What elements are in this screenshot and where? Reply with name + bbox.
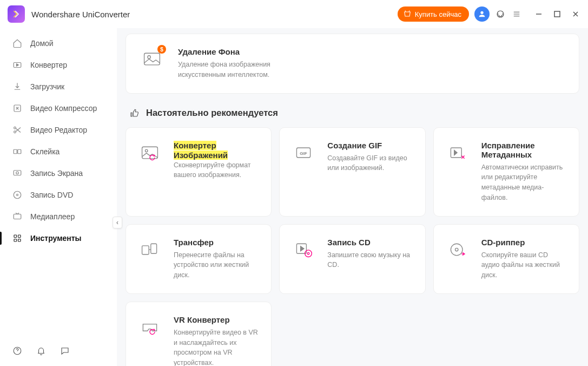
svg-rect-19 [144,53,160,65]
cd-ripper-icon [446,238,470,262]
svg-point-20 [148,56,150,58]
card-desc: Перенесите файлы на устройство или жестк… [174,250,259,280]
titlebar: Wondershare UniConverter Купить сейчас [0,0,588,28]
sidebar-item-tools[interactable]: Инструменты [0,227,117,249]
main-content: $ Удаление Фона Удаление фона изображени… [117,28,588,366]
buy-now-button[interactable]: Купить сейчас [398,6,469,22]
cd-burn-icon [292,238,315,262]
thumbs-up-icon [129,108,140,119]
svg-point-30 [308,252,310,254]
account-avatar[interactable] [474,6,490,22]
card-desc: Сконвертируйте формат вашего изображения… [174,160,259,181]
sidebar-item-label: Запись DVD [30,191,73,199]
card-desc: Конвертируйте видео в VR и наслаждайтесь… [174,328,259,366]
section-title: Настоятельно рекомендуется [146,108,278,118]
card-title: Создание GIF [327,141,413,150]
svg-rect-9 [14,171,21,175]
card-gif-maker[interactable]: GIF Создание GIF Создавайте GIF из видео… [279,127,425,217]
sidebar-collapse-button[interactable]: ‹ [113,217,122,228]
sidebar: Домой Конвертер Загрузчик Видео Компресс… [0,28,117,366]
svg-rect-14 [14,235,17,238]
svg-point-31 [451,244,463,256]
svg-rect-27 [151,244,157,253]
svg-rect-16 [14,239,17,242]
sidebar-item-label: Конвертер [30,61,67,69]
app-title: Wondershare UniConverter [31,10,130,19]
card-desc: Скопируйте ваши CD аудио файлы на жестки… [481,250,567,280]
sidebar-item-label: Склейка [30,147,60,156]
metadata-icon [446,141,470,165]
card-cd-burn[interactable]: Запись CD Запишите свою музыку на CD. [279,224,425,294]
window-close-button[interactable] [571,9,580,19]
sidebar-item-converter[interactable]: Конвертер [0,54,117,76]
feedback-icon[interactable] [60,345,70,356]
card-title: CD-риппер [481,238,567,247]
svg-point-12 [17,194,18,196]
svg-point-32 [455,248,458,251]
merge-icon [12,146,23,157]
sidebar-item-label: Видео Редактор [30,126,87,134]
sidebar-item-player[interactable]: Медиаплеер [0,206,117,227]
tools-icon [12,233,23,244]
converter-icon [12,60,23,70]
sidebar-item-compressor[interactable]: Видео Компрессор [0,97,117,119]
tv-icon [12,211,23,222]
svg-text:GIF: GIF [300,151,308,155]
card-vr-converter[interactable]: VR Конвертер Конвертируйте видео в VR и … [125,302,272,366]
svg-point-10 [16,172,19,174]
card-image-converter[interactable]: Конвертер Изображений Сконвертируйте фор… [125,127,272,217]
sidebar-item-home[interactable]: Домой [0,32,117,54]
dollar-badge-icon: $ [157,45,166,54]
screen-record-icon [12,168,23,179]
app-logo [8,5,25,23]
compressor-icon [12,103,23,114]
card-title: Конвертер Изображений [174,141,228,160]
card-title: VR Конвертер [174,315,259,324]
sidebar-item-label: Инструменты [30,234,82,243]
vr-icon [138,315,162,339]
hero-card-bg-remove[interactable]: $ Удаление Фона Удаление фона изображени… [125,34,579,94]
svg-rect-26 [142,245,149,254]
disc-icon [12,189,23,200]
bell-icon[interactable] [36,345,47,356]
card-title: Исправление Метаданных [481,141,567,159]
image-convert-icon [138,141,162,165]
buy-now-label: Купить сейчас [415,10,461,18]
sidebar-item-editor[interactable]: Видео Редактор [0,119,117,141]
image-bg-remove-icon: $ [140,47,164,71]
sidebar-item-merge[interactable]: Склейка [0,141,117,162]
gif-icon: GIF [292,141,315,165]
svg-point-0 [480,11,483,14]
menu-icon[interactable] [511,9,522,19]
sidebar-item-dvd[interactable]: Запись DVD [0,184,117,206]
svg-rect-7 [14,149,17,154]
svg-rect-17 [18,239,21,242]
sidebar-item-downloader[interactable]: Загрузчик [0,76,117,97]
sidebar-item-screenrec[interactable]: Запись Экрана [0,162,117,184]
svg-point-11 [14,191,21,199]
sidebar-item-label: Запись Экрана [30,169,83,178]
sidebar-item-label: Домой [30,39,54,48]
card-desc: Автоматически исправить или редактируйте… [481,162,567,203]
hero-title: Удаление Фона [178,47,275,56]
support-icon[interactable] [495,9,506,19]
window-maximize-button[interactable] [552,9,562,19]
sidebar-item-label: Медиаплеер [30,212,75,221]
sidebar-item-label: Загрузчик [30,82,64,91]
svg-rect-8 [18,149,21,154]
card-desc: Запишите свою музыку на CD. [327,250,413,271]
svg-point-22 [145,149,148,152]
window-minimize-button[interactable] [534,9,544,19]
card-title: Трансфер [174,238,259,247]
svg-rect-15 [18,235,21,238]
hero-desc: Удаление фона изображения искусственным … [178,60,275,80]
scissors-icon [12,125,23,135]
transfer-icon [138,238,162,262]
card-cd-ripper[interactable]: CD-риппер Скопируйте ваши CD аудио файлы… [433,224,579,294]
sidebar-item-label: Видео Компрессор [30,104,97,113]
card-metadata-fix[interactable]: Исправление Метаданных Автоматически исп… [433,127,579,217]
card-transfer[interactable]: Трансфер Перенесите файлы на устройство … [125,224,272,294]
card-title: Запись CD [327,238,413,247]
svg-rect-13 [14,214,21,219]
help-icon[interactable] [12,345,23,356]
